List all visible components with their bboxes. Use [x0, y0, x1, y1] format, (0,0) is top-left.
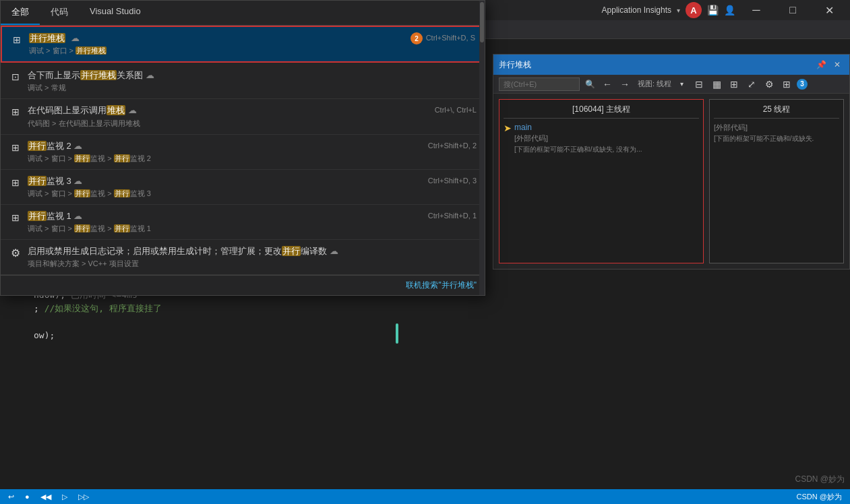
nav-forward-btn[interactable]: → [617, 77, 632, 92]
csdn-watermark-status: CSDN @妙为 [794, 492, 845, 502]
code-line [34, 315, 845, 329]
cmd-item-content5: 并行监视 3 ☁ 调试 > 窗口 > 并行监视 > 并行监视 3 [28, 175, 420, 199]
command-palette: 全部 代码 Visual Studio ⊞ 并行堆栈 ☁ 调试 > 窗口 > 并… [0, 0, 485, 296]
panel-content: [106044] 主线程 ➤ main [外部代码] [下面的框架可能不正确和/… [493, 94, 849, 269]
thread-item: ➤ main [外部代码] [下面的框架可能不正确和/或缺失, 没有为... [504, 123, 699, 154]
status-item-1: ↩ [5, 493, 17, 501]
cmd-item-title: 并行堆栈 ☁ [29, 32, 418, 44]
status-item-5: ▷▷ [75, 493, 92, 501]
cmd-item-watch1[interactable]: ⊞ 并行监视 1 ☁ 调试 > 窗口 > 并行监视 > 并行监视 1 Ctrl+… [1, 205, 485, 240]
cmd-item-content: 并行堆栈 ☁ 调试 > 窗口 > 并行堆栈 [29, 32, 418, 56]
cmd-item-subtitle7: 项目和解决方案 > VC++ 项目设置 [28, 259, 477, 269]
thread-card-header: [106044] 主线程 [504, 104, 699, 119]
cmd-tab-all[interactable]: 全部 [1, 1, 40, 25]
thread-item-detail: main [外部代码] [下面的框架可能不正确和/或缺失, 没有为... [514, 123, 642, 154]
cmd-item-subtitle2: 调试 > 常规 [28, 83, 477, 93]
cmd-item-title3: 在代码图上显示调用堆栈 ☁ [28, 104, 427, 117]
online-search-link[interactable]: 联机搜索"并行堆栈" [406, 280, 477, 290]
cmd-item-subtitle4: 调试 > 窗口 > 并行监视 > 并行监视 2 [28, 154, 420, 164]
appinsights-label: Application Insights [602, 5, 671, 15]
title-bar-right: Application Insights ▾ A 💾 👤 ─ □ ✕ [602, 0, 845, 20]
scroll-indicator2 [396, 323, 398, 344]
user-icon: 👤 [724, 5, 735, 15]
settings-panel-btn[interactable]: ⚙ [762, 77, 777, 92]
thread-card-25: 25 线程 [外部代码] [下面的框架可能不正确和/或缺失. [709, 99, 844, 263]
status-item-4: ▷ [59, 493, 70, 501]
thread-warning: [下面的框架可能不正确和/或缺失, 没有为... [514, 145, 642, 154]
cmd-item-content4: 并行监视 2 ☁ 调试 > 窗口 > 并行监视 > 并行监视 2 [28, 140, 420, 164]
expand-panel-btn[interactable]: ⊞ [779, 77, 794, 92]
filter-btn[interactable]: ⊟ [692, 77, 706, 92]
thread-card2-detail1: [外部代码] [714, 123, 839, 133]
cmd-item-title4: 并行监视 2 ☁ [28, 140, 420, 152]
zoom-fit-btn[interactable]: ⤢ [744, 77, 759, 92]
thread-card2-detail2: [下面的框架可能不正确和/或缺失. [714, 134, 839, 144]
cmd-scrollbar[interactable] [479, 1, 485, 295]
cmd-item-icon6: ⊞ [9, 211, 22, 224]
panel-search-input[interactable] [499, 77, 580, 91]
command-list: ⊞ 并行堆栈 ☁ 调试 > 窗口 > 并行堆栈 Ctrl+Shift+D, S … [1, 26, 485, 275]
code-line: ; //如果没这句, 程序直接挂了 [34, 302, 845, 315]
cmd-item-title5: 并行监视 3 ☁ [28, 175, 420, 187]
cmd-item-subtitle5: 调试 > 窗口 > 并行监视 > 并行监视 3 [28, 189, 420, 199]
cmd-item-icon2: ⊡ [9, 70, 22, 84]
cmd-item-shortcut4: Ctrl+Shift+D, 2 [420, 140, 477, 150]
thread-card2-header: 25 线程 [714, 104, 839, 119]
cmd-item-shortcut6: Ctrl+Shift+D, 1 [420, 210, 477, 220]
cmd-item-title6: 并行监视 1 ☁ [28, 210, 420, 222]
cmd-item-icon5: ⊞ [9, 176, 22, 189]
close-button[interactable]: ✕ [814, 0, 845, 20]
layout-btn2[interactable]: ⊞ [727, 77, 741, 92]
panel-header: 并行堆栈 📌 ✕ [493, 55, 849, 75]
cmd-scrollbar-thumb [480, 2, 484, 42]
minimize-button[interactable]: ─ [741, 0, 772, 20]
account-avatar[interactable]: A [686, 2, 702, 18]
cmd-item-settings[interactable]: ⚙ 启用或禁用生成日志记录；启用或禁用生成计时；管理扩展；更改并行编译数 ☁ 项… [1, 240, 485, 275]
status-bar: ↩ ● ◀◀ ▷ ▷▷ CSDN @妙为 [0, 489, 850, 504]
pin-button[interactable]: 📌 [814, 58, 828, 71]
search-panel-icon[interactable]: 🔍 [582, 77, 597, 92]
save-icon: 💾 [707, 5, 719, 15]
cmd-item-subtitle6: 调试 > 窗口 > 并行监视 > 并行监视 1 [28, 224, 420, 234]
cmd-item-watch2[interactable]: ⊞ 并行监视 2 ☁ 调试 > 窗口 > 并行监视 > 并行监视 2 Ctrl+… [1, 135, 485, 170]
panel-toolbar: 🔍 ← → 视图: 线程 ▾ ⊟ ▦ ⊞ ⤢ ⚙ ⊞ 3 [493, 75, 849, 94]
cmd-item-icon4: ⊞ [9, 141, 22, 154]
status-item-3: ◀◀ [38, 493, 54, 501]
highlight-span: 并行堆栈 [29, 33, 65, 43]
close-panel-button[interactable]: ✕ [830, 58, 844, 71]
cmd-item-diagram[interactable]: ⊡ 合下而上显示并行堆栈关系图 ☁ 调试 > 常规 [1, 64, 485, 99]
cmd-item-icon7: ⚙ [9, 246, 22, 259]
cmd-item-content7: 启用或禁用生成日志记录；启用或禁用生成计时；管理扩展；更改并行编译数 ☁ 项目和… [28, 245, 477, 269]
thread-arrow-icon: ➤ [504, 123, 512, 133]
cmd-item-title7: 启用或禁用生成日志记录；启用或禁用生成计时；管理扩展；更改并行编译数 ☁ [28, 245, 477, 257]
cmd-item-icon: ⊞ [10, 33, 24, 46]
cmd-item-content2: 合下而上显示并行堆栈关系图 ☁ 调试 > 常规 [28, 69, 477, 93]
cmd-tab-code[interactable]: 代码 [40, 1, 79, 25]
cmd-item-shortcut: Ctrl+Shift+D, S [418, 32, 475, 42]
code-line: ow); [34, 329, 845, 342]
cmd-item-shortcut3: Ctrl+\, Ctrl+L [427, 104, 477, 114]
cmd-footer: 联机搜索"并行堆栈" [1, 275, 485, 295]
badge-2: 2 [411, 32, 423, 44]
nav-back-btn[interactable]: ← [600, 77, 615, 92]
cmd-item-subtitle3: 代码图 > 在代码图上显示调用堆栈 [28, 119, 427, 129]
cmd-item-content6: 并行监视 1 ☁ 调试 > 窗口 > 并行监视 > 并行监视 1 [28, 210, 420, 234]
view-dropdown[interactable]: ▾ [674, 77, 689, 92]
cmd-item-callstack[interactable]: ⊞ 在代码图上显示调用堆栈 ☁ 代码图 > 在代码图上显示调用堆栈 Ctrl+\… [1, 99, 485, 134]
badge-3: 3 [797, 79, 808, 90]
cmd-item-content3: 在代码图上显示调用堆栈 ☁ 代码图 > 在代码图上显示调用堆栈 [28, 104, 427, 128]
layout-btn1[interactable]: ▦ [709, 77, 724, 92]
dropdown-icon[interactable]: ▾ [677, 7, 680, 14]
cmd-item-watch3[interactable]: ⊞ 并行监视 3 ☁ 调试 > 窗口 > 并行监视 > 并行监视 3 Ctrl+… [1, 170, 485, 205]
panel-title: 并行堆栈 [499, 59, 812, 71]
cmd-tab-vs[interactable]: Visual Studio [79, 1, 152, 25]
thread-name: main [514, 123, 642, 132]
cmd-item-shortcut5: Ctrl+Shift+D, 3 [420, 175, 477, 185]
cmd-item-title2: 合下而上显示并行堆栈关系图 ☁ [28, 69, 477, 82]
status-right: CSDN @妙为 [794, 492, 845, 502]
cmd-item-parallel-stack[interactable]: ⊞ 并行堆栈 ☁ 调试 > 窗口 > 并行堆栈 Ctrl+Shift+D, S … [1, 26, 485, 63]
cmd-item-icon3: ⊞ [9, 105, 22, 119]
restore-button[interactable]: □ [777, 0, 808, 20]
view-label: 视图: 线程 [638, 79, 671, 89]
thread-card-main: [106044] 主线程 ➤ main [外部代码] [下面的框架可能不正确和/… [499, 99, 704, 263]
